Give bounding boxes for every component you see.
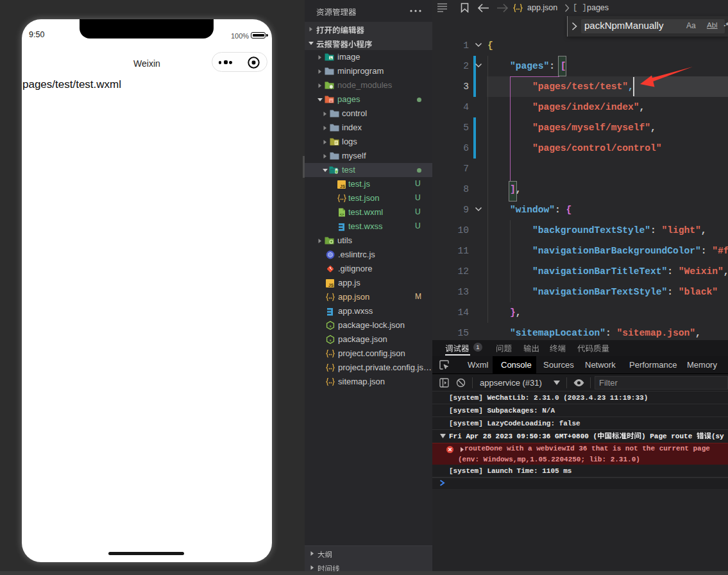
svg-text:<>: <>	[339, 212, 344, 216]
svg-text:s: s	[330, 338, 332, 343]
svg-text:JS: JS	[328, 282, 334, 287]
svg-text:s: s	[330, 323, 332, 329]
svg-text:‹›: ‹›	[330, 99, 333, 103]
svg-text:JS: JS	[340, 184, 346, 188]
